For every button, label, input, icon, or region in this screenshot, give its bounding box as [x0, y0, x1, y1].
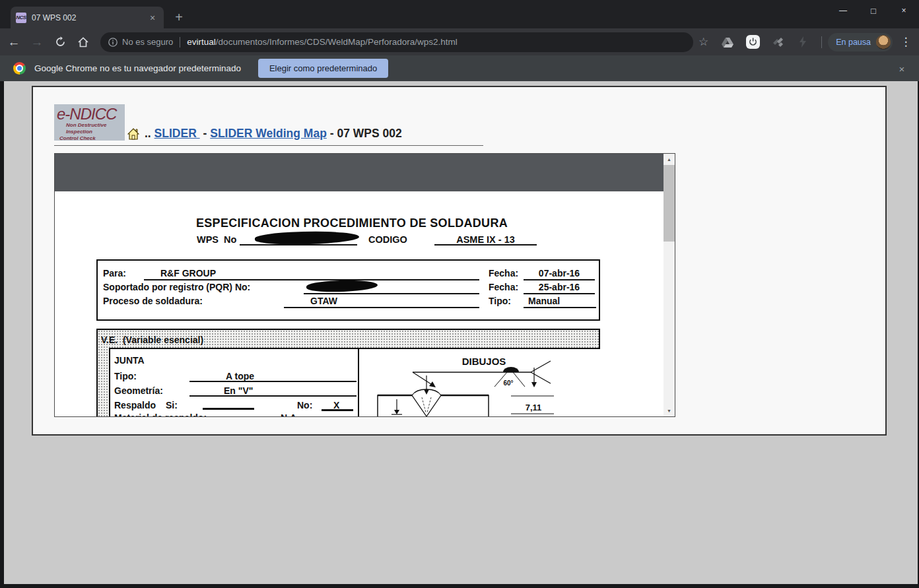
bookmark-star-icon[interactable]: ☆: [698, 35, 708, 49]
codigo-label: CODIGO: [368, 234, 407, 245]
document-frame: ESPECIFICACION PROCEDIMIENTO DE SOLDADUR…: [54, 153, 675, 417]
breadcrumb-sep: -: [200, 127, 211, 141]
power-extension-icon[interactable]: [745, 34, 761, 50]
respaldo-label: Respaldo: [114, 400, 156, 410]
tag-extension-icon[interactable]: [770, 34, 786, 50]
weld-joint-drawing: DIBUJOS 60°: [359, 349, 601, 416]
wps-no-label: WPS No: [197, 234, 236, 245]
geometria-label: Geometría:: [114, 385, 163, 396]
minimize-button[interactable]: —: [828, 0, 858, 21]
security-label[interactable]: No es seguro: [122, 37, 173, 47]
drive-extension-icon[interactable]: [720, 34, 735, 50]
endicc-logo: e-NDICC Non Destructive Inspection Contr…: [54, 104, 125, 141]
fecha1-line: [524, 269, 595, 280]
junta-title: JUNTA: [114, 355, 145, 366]
respaldo-si-label: Si:: [166, 400, 178, 410]
codigo-line: [434, 234, 537, 245]
window-controls: — □ ×: [828, 0, 919, 21]
breadcrumb-rule: [54, 145, 483, 146]
toolbar: ← → No es seguro evirtual/documentos/Inf…: [0, 28, 919, 55]
document-header-band: [55, 154, 664, 191]
ve-box: V.E. (Variable esencial) JUNTA Tipo: A t…: [96, 329, 600, 416]
thickness-dimension-label: 7,11: [526, 403, 542, 412]
chrome-logo-icon: [13, 62, 26, 75]
browser-tab[interactable]: NCS 07 WPS 002 ×: [11, 7, 164, 28]
scroll-down-icon[interactable]: ▼: [664, 405, 675, 416]
profile-chip[interactable]: En pausa: [828, 33, 893, 51]
respaldo-si-line: [203, 398, 254, 410]
breadcrumb-dots: ..: [145, 127, 151, 141]
maximize-button[interactable]: □: [858, 0, 889, 21]
breadcrumb-link-slider[interactable]: SLIDER: [154, 127, 200, 141]
breadcrumb-sep2: -: [327, 127, 337, 141]
omnibox-divider: [180, 37, 180, 48]
info-icon[interactable]: [108, 38, 118, 47]
default-browser-infobar: Google Chrome no es tu navegador predete…: [0, 55, 919, 81]
close-window-button[interactable]: ×: [889, 0, 919, 21]
breadcrumb: .. SLIDER - SLIDER Welding Map - 07 WPS …: [127, 127, 402, 141]
home-link-icon[interactable]: [127, 128, 139, 140]
infobar-close-icon[interactable]: ×: [894, 61, 910, 77]
sync-paused-label: En pausa: [836, 38, 871, 47]
tipo-line: [524, 296, 596, 308]
forward-icon[interactable]: →: [28, 33, 46, 51]
tab-close-icon[interactable]: ×: [147, 12, 158, 24]
tab-title: 07 WPS 002: [32, 13, 147, 22]
material-value: N.A: [281, 412, 296, 416]
wps-document: ESPECIFICACION PROCEDIMIENTO DE SOLDADUR…: [55, 154, 664, 416]
content-panel: e-NDICC Non Destructive Inspection Contr…: [32, 86, 887, 436]
fecha2-line: [524, 282, 595, 294]
logo-subtitle-1: Non Destructive Inspection: [57, 122, 122, 135]
fecha1-label: Fecha:: [489, 268, 518, 278]
back-icon[interactable]: ←: [5, 33, 23, 51]
browser-window: NCS 07 WPS 002 × + — □ × ← → No es segur…: [0, 0, 919, 588]
scrollbar-thumb[interactable]: [664, 165, 675, 242]
proceso-label: Proceso de soldadura:: [103, 296, 203, 306]
junta-tipo-line: [189, 370, 357, 382]
reload-icon[interactable]: [51, 33, 69, 51]
breadcrumb-link-welding-map[interactable]: SLIDER Welding Map: [210, 127, 327, 141]
url-path: /documentos/Informes/CDS/WeldMap/Perfora…: [216, 37, 458, 47]
respaldo-no-label: No:: [297, 400, 312, 410]
page-background: e-NDICC Non Destructive Inspection Contr…: [0, 81, 919, 588]
infobar-message: Google Chrome no es tu navegador predete…: [34, 63, 241, 73]
pqr-label: Soportado por registro (PQR) No:: [103, 282, 250, 292]
groove-angle-label: 60°: [503, 379, 513, 387]
scroll-up-icon[interactable]: ▲: [664, 154, 675, 165]
material-label: Material de respaldo:: [114, 412, 207, 416]
breadcrumb-current: 07 WPS 002: [337, 127, 401, 141]
dibujos-title: DIBUJOS: [462, 356, 506, 367]
ve-header: V.E. (Variable esencial): [101, 335, 203, 345]
proceso-line: [284, 296, 479, 308]
toolbar-divider: [821, 36, 822, 48]
home-icon[interactable]: [74, 33, 92, 51]
document-title: ESPECIFICACION PROCEDIMIENTO DE SOLDADUR…: [94, 216, 609, 230]
respaldo-no-line: [322, 399, 353, 411]
avatar: [876, 35, 891, 49]
tab-favicon-icon: NCS: [16, 13, 26, 23]
lightning-extension-icon[interactable]: [795, 34, 811, 50]
logo-title: e-NDICC: [57, 106, 122, 122]
logo-subtitle-2: Control Check: [57, 135, 122, 141]
document-scrollbar[interactable]: ▲ ▼: [664, 154, 675, 416]
ve-inner-box: JUNTA Tipo: A tope Geometría: En "V" Res…: [109, 348, 600, 416]
titlebar: NCS 07 WPS 002 × + — □ ×: [0, 0, 919, 28]
tipo-label: Tipo:: [489, 296, 511, 306]
set-default-button[interactable]: Elegir como predeterminado: [258, 59, 388, 78]
address-bar[interactable]: No es seguro evirtual/documentos/Informe…: [100, 32, 693, 52]
new-tab-button[interactable]: +: [170, 9, 187, 26]
geometria-line: [189, 385, 357, 397]
toolbar-right: ☆ En pausa ⋮: [698, 33, 919, 51]
url-text[interactable]: evirtual/documentos/Informes/CDS/WeldMap…: [187, 37, 457, 47]
url-host: evirtual: [187, 37, 216, 47]
info-box: Para: R&F GROUP Fecha: 07-abr-16 Soporta…: [96, 259, 600, 321]
junta-tipo-label: Tipo:: [114, 371, 137, 381]
menu-kebab-icon[interactable]: ⋮: [897, 35, 915, 49]
fecha2-label: Fecha:: [489, 282, 518, 292]
para-label: Para:: [103, 268, 126, 278]
para-line: [144, 269, 479, 280]
